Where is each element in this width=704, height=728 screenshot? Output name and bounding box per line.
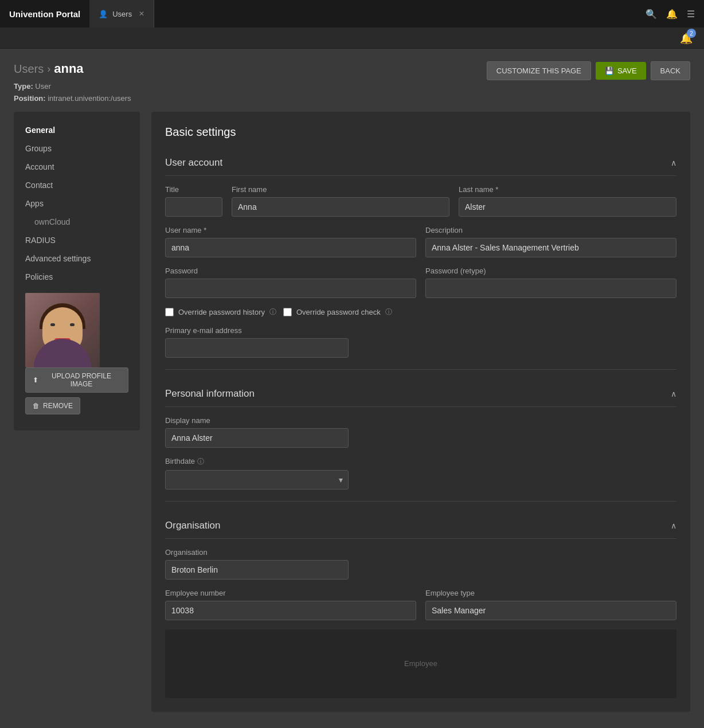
breadcrumb-current: anna: [54, 61, 83, 76]
sidebar-item-groups[interactable]: Groups: [14, 139, 140, 158]
save-button[interactable]: 💾 SAVE: [596, 62, 646, 80]
type-meta: Type: User: [14, 81, 131, 93]
input-display-name[interactable]: [165, 428, 349, 448]
avatar-body: [34, 339, 91, 367]
input-password[interactable]: [165, 279, 416, 298]
sidebar-item-general[interactable]: General: [14, 121, 140, 139]
field-password-retype: Password (retype): [425, 267, 676, 298]
profile-image: [25, 293, 100, 367]
label-password-retype: Password (retype): [425, 267, 676, 275]
input-password-retype[interactable]: [425, 279, 676, 298]
customize-button[interactable]: CUSTOMIZE THIS PAGE: [487, 61, 591, 80]
field-display-name: Display name: [165, 416, 349, 448]
sidebar-item-policies[interactable]: Policies: [14, 268, 140, 286]
position-meta: Position: intranet.univention:/users: [14, 93, 131, 105]
menu-icon[interactable]: ☰: [687, 9, 695, 19]
sidebar-item-contact[interactable]: Contact: [14, 176, 140, 194]
input-employee-type[interactable]: [425, 601, 676, 620]
page-header: Users › anna Type: User Position: intran…: [0, 50, 704, 112]
username-row: User name * Description: [165, 226, 676, 257]
person-icon: 👤: [99, 10, 108, 18]
field-birthdate: Birthdate ⓘ: [165, 457, 349, 490]
section-user-account-title: User account: [165, 157, 222, 169]
override-password-history-group: Override password history ⓘ: [165, 307, 276, 317]
email-row: Primary e-mail address: [165, 326, 676, 358]
section-personal-info-title: Personal information: [165, 388, 255, 400]
section-organisation-title: Organisation: [165, 520, 220, 531]
input-username[interactable]: [165, 238, 416, 257]
birthdate-select[interactable]: [165, 470, 349, 490]
employee-label: Employee: [404, 659, 437, 668]
notification-bar: 🔔 2: [0, 28, 704, 50]
input-title[interactable]: [165, 197, 222, 217]
override-pc-info-icon[interactable]: ⓘ: [385, 307, 392, 317]
section-user-account-header[interactable]: User account ∧: [165, 150, 676, 176]
trash-icon: 🗑: [33, 402, 40, 410]
label-display-name: Display name: [165, 416, 349, 425]
top-bar: Univention Portal 👤 Users ✕ 🔍 🔔 ☰: [0, 0, 704, 28]
label-employee-number: Employee number: [165, 589, 416, 597]
employee-section: Employee: [165, 629, 676, 698]
field-last-name: Last name *: [459, 185, 676, 217]
input-last-name[interactable]: [459, 197, 676, 217]
tab-area: 👤 Users ✕: [89, 0, 636, 28]
bell-icon[interactable]: 🔔: [666, 9, 678, 19]
input-organisation[interactable]: [165, 560, 349, 580]
sidebar-item-radius[interactable]: RADIUS: [14, 231, 140, 249]
header-left: Users › anna Type: User Position: intran…: [14, 61, 131, 105]
search-icon[interactable]: 🔍: [646, 9, 657, 19]
sidebar-item-apps[interactable]: Apps: [14, 194, 140, 213]
label-password: Password: [165, 267, 416, 275]
upload-profile-image-button[interactable]: ⬆ UPLOAD PROFILE IMAGE: [25, 367, 128, 393]
override-password-check-label: Override password check: [296, 308, 381, 316]
label-primary-email: Primary e-mail address: [165, 326, 349, 335]
label-first-name: First name: [232, 185, 449, 194]
divider-1: [165, 369, 676, 370]
label-employee-type: Employee type: [425, 589, 676, 597]
input-first-name[interactable]: [232, 197, 449, 217]
remove-image-button[interactable]: 🗑 REMOVE: [25, 397, 80, 414]
override-ph-info-icon[interactable]: ⓘ: [269, 307, 276, 317]
input-primary-email[interactable]: [165, 338, 349, 358]
tab-close-button[interactable]: ✕: [139, 10, 144, 18]
breadcrumb: Users › anna: [14, 61, 131, 76]
field-title: Title: [165, 185, 222, 217]
tab-users-label: Users: [112, 10, 132, 18]
back-button[interactable]: BACK: [651, 61, 690, 80]
notification-bell[interactable]: 🔔 2: [680, 32, 693, 45]
override-password-history-checkbox[interactable]: [165, 308, 174, 316]
notification-badge: 2: [687, 29, 696, 38]
birthdate-select-wrapper: [165, 470, 349, 490]
breadcrumb-separator: ›: [47, 63, 50, 75]
display-name-row: Display name: [165, 416, 676, 448]
section-organisation-toggle[interactable]: ∧: [671, 521, 676, 530]
override-password-check-group: Override password check ⓘ: [283, 307, 392, 317]
field-primary-email: Primary e-mail address: [165, 326, 349, 358]
sidebar-item-owncloud[interactable]: ownCloud: [14, 213, 140, 231]
override-password-check-checkbox[interactable]: [283, 308, 292, 316]
input-employee-number[interactable]: [165, 601, 416, 620]
page-meta: Type: User Position: intranet.univention…: [14, 81, 131, 105]
sidebar-item-advanced[interactable]: Advanced settings: [14, 249, 140, 268]
section-organisation: Organisation ∧ Organisation Employee num…: [165, 513, 676, 698]
label-title: Title: [165, 185, 222, 194]
organisation-row: Organisation: [165, 548, 676, 580]
label-last-name: Last name *: [459, 185, 676, 194]
field-description: Description: [425, 226, 676, 257]
section-user-account-toggle[interactable]: ∧: [671, 158, 676, 167]
main-layout: General Groups Account Contact Apps ownC…: [0, 112, 704, 726]
section-organisation-header[interactable]: Organisation ∧: [165, 513, 676, 539]
content-title: Basic settings: [165, 126, 676, 139]
birthdate-info-icon[interactable]: ⓘ: [197, 457, 204, 465]
label-organisation: Organisation: [165, 548, 349, 557]
section-personal-info-toggle[interactable]: ∧: [671, 389, 676, 398]
tab-users[interactable]: 👤 Users ✕: [89, 0, 154, 28]
input-description[interactable]: [425, 238, 676, 257]
section-personal-info: Personal information ∧ Display name Birt…: [165, 381, 676, 490]
name-row: Title First name Last name *: [165, 185, 676, 217]
profile-image-section: ⬆ UPLOAD PROFILE IMAGE 🗑 REMOVE: [14, 286, 140, 421]
sidebar-item-account[interactable]: Account: [14, 158, 140, 176]
employee-row: Employee number Employee type: [165, 589, 676, 620]
breadcrumb-parent[interactable]: Users: [14, 62, 44, 76]
section-personal-info-header[interactable]: Personal information ∧: [165, 381, 676, 407]
